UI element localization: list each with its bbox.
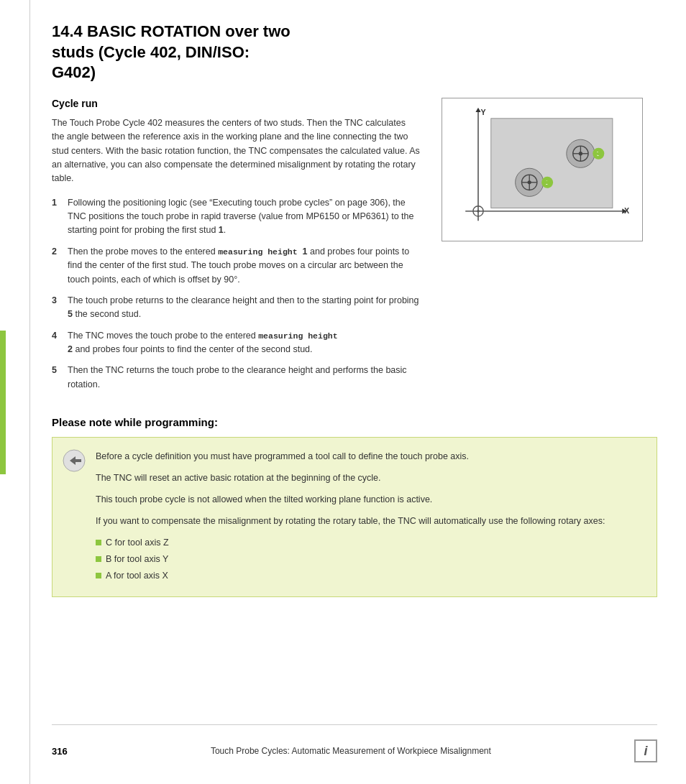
footer-title: Touch Probe Cycles: Automatic Measuremen… — [211, 746, 491, 756]
left-column: Cycle run The Touch Probe Cycle 402 meas… — [52, 98, 420, 402]
step-4: 4 The TNC moves the touch probe to the e… — [52, 329, 420, 357]
bullet-square-1 — [96, 540, 101, 545]
title-line2: studs (Cycle 402, DIN/ISO: — [52, 43, 250, 61]
note-para-4: If you want to compensate the misalignme… — [96, 514, 645, 528]
bullet-item-2: B for tool axis Y — [96, 552, 645, 566]
note-arrow-icon — [63, 449, 86, 472]
content-area: Cycle run The Touch Probe Cycle 402 meas… — [52, 98, 657, 402]
bullet-text-3: A for tool axis X — [106, 568, 168, 583]
step-1: 1 Following the positioning logic (see “… — [52, 196, 420, 238]
step-5: 5 Then the TNC returns the touch probe t… — [52, 364, 420, 392]
svg-marker-5 — [475, 107, 480, 111]
sidebar-green-bar — [0, 331, 6, 474]
main-content: 14.4 BASIC ROTATION over two studs (Cycl… — [30, 0, 686, 784]
diagram-svg: X Y 1 — [449, 106, 635, 234]
diagram: X Y 1 — [442, 98, 643, 241]
sidebar: 14.4 BASIC ROTATION over two studs (Cycl… — [0, 0, 30, 784]
note-para-1: Before a cycle definition you must have … — [96, 449, 645, 464]
bullet-item-1: C for tool axis Z — [96, 535, 645, 550]
steps-list: 1 Following the positioning logic (see “… — [52, 196, 420, 392]
right-column: X Y 1 — [442, 98, 657, 402]
cycle-run-heading: Cycle run — [52, 98, 420, 109]
note-box: Before a cycle definition you must have … — [52, 437, 657, 597]
note-para-3: This touch probe cycle is not allowed wh… — [96, 492, 645, 507]
svg-text:X: X — [624, 206, 630, 215]
step-2: 2 Then the probe moves to the entered me… — [52, 245, 420, 287]
step-4-text: The TNC moves the touch probe to the ent… — [68, 329, 338, 357]
sidebar-text: 14.4 BASIC ROTATION over two studs (Cycl… — [0, 754, 30, 784]
please-note-heading: Please note while programming: — [52, 416, 657, 428]
cycle-run-intro: The Touch Probe Cycle 402 measures the c… — [52, 116, 420, 186]
note-para-2: The TNC will reset an active basic rotat… — [96, 471, 645, 485]
step-2-text: Then the probe moves to the entered meas… — [68, 245, 420, 287]
info-letter: i — [644, 744, 647, 759]
svg-text:Y: Y — [481, 108, 486, 116]
step-4-num: 4 — [52, 329, 62, 357]
step-3-text: The touch probe returns to the clearance… — [68, 294, 420, 322]
footer-page-number: 316 — [52, 746, 68, 757]
step-2-num: 2 — [52, 245, 62, 287]
svg-rect-0 — [491, 119, 613, 208]
footer: 316 Touch Probe Cycles: Automatic Measur… — [52, 724, 657, 762]
step-5-text: Then the TNC returns the touch probe to … — [68, 364, 420, 392]
title-line3: G402) — [52, 63, 96, 81]
svg-point-8 — [477, 210, 480, 213]
step-3-num: 3 — [52, 294, 62, 322]
title-line1: 14.4 BASIC ROTATION over two — [52, 22, 291, 40]
step-1-num: 1 — [52, 196, 62, 238]
bullet-list: C for tool axis Z B for tool axis Y A fo… — [96, 535, 645, 583]
footer-info-icon: i — [634, 739, 657, 762]
bullet-square-3 — [96, 573, 101, 578]
bullet-square-2 — [96, 556, 101, 562]
step-1-text: Following the positioning logic (see “Ex… — [68, 196, 420, 238]
please-note-section: Please note while programming: Before a … — [52, 416, 657, 597]
bullet-text-1: C for tool axis Z — [106, 535, 169, 550]
step-3: 3 The touch probe returns to the clearan… — [52, 294, 420, 322]
page-title: 14.4 BASIC ROTATION over two studs (Cycl… — [52, 22, 657, 83]
step-5-num: 5 — [52, 364, 62, 392]
bullet-item-3: A for tool axis X — [96, 568, 645, 583]
bullet-text-2: B for tool axis Y — [106, 552, 168, 566]
